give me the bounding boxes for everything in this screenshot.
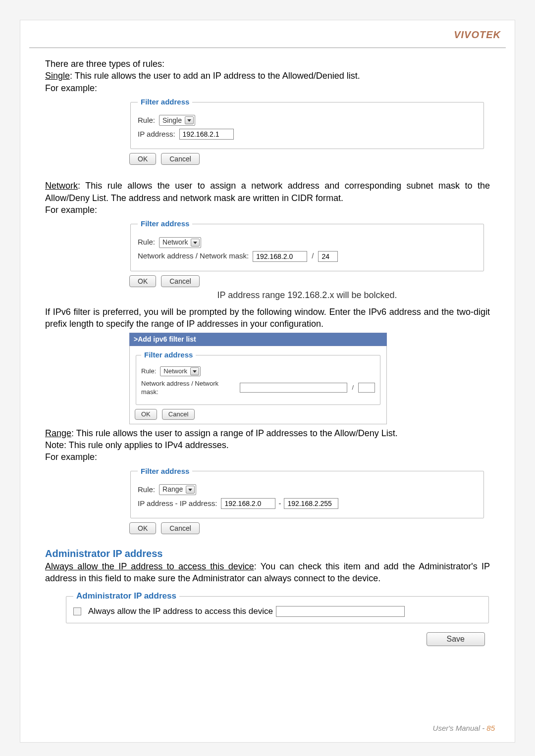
ipv6-cancel-button[interactable]: Cancel bbox=[162, 409, 195, 420]
network-panel: Filter address Rule: Network Network add… bbox=[129, 219, 485, 301]
single-ip-label: IP address: bbox=[138, 129, 175, 139]
chevron-down-icon bbox=[185, 116, 194, 124]
network-rule-select[interactable]: Network bbox=[159, 237, 201, 248]
ipv6-rule-label: Rule: bbox=[141, 367, 156, 376]
save-button[interactable]: Save bbox=[427, 632, 485, 646]
admin-fieldset: Administrator IP address Always allow th… bbox=[66, 591, 489, 623]
for-example-3: For example: bbox=[45, 451, 490, 463]
range-addr-label: IP address - IP address: bbox=[138, 499, 217, 508]
divider bbox=[29, 48, 506, 48]
chevron-down-icon bbox=[186, 486, 195, 494]
brand-bar: VIVOTEK bbox=[20, 20, 515, 41]
network-label: Network bbox=[45, 181, 78, 191]
range-from-input[interactable] bbox=[221, 498, 275, 509]
single-label: Single bbox=[45, 71, 70, 81]
slash: / bbox=[312, 251, 314, 261]
network-addr-label: Network address / Network mask: bbox=[138, 251, 249, 261]
ipv6-prefix-input[interactable] bbox=[358, 383, 375, 393]
ipv6-rule-value: Network bbox=[163, 367, 187, 376]
network-rule-value: Network bbox=[162, 238, 188, 247]
ipv6-rule-select[interactable]: Network bbox=[160, 366, 201, 376]
single-rule-select[interactable]: Single bbox=[159, 115, 195, 126]
admin-ip-input[interactable] bbox=[276, 606, 405, 617]
single-fieldset: Filter address Rule: Single IP address: bbox=[130, 97, 484, 149]
range-rule-value: Range bbox=[162, 485, 183, 494]
network-rest: : This rule allows the user to assign a … bbox=[45, 181, 490, 202]
chevron-down-icon bbox=[191, 239, 200, 247]
ipv6-para: If IPv6 filter is preferred, you will be… bbox=[45, 306, 490, 330]
ipv6-panel: >Add ipv6 filter list Filter address Rul… bbox=[129, 333, 387, 424]
network-ok-button[interactable]: OK bbox=[129, 275, 156, 287]
admin-allow-checkbox[interactable] bbox=[73, 607, 81, 615]
footer-label: User's Manual - bbox=[433, 724, 487, 732]
range-rest: : This rule allows the user to assign a … bbox=[71, 428, 398, 438]
single-rest: : This rule allows the user to add an IP… bbox=[70, 71, 360, 81]
admin-always-label: Always allow the IP address to access th… bbox=[45, 561, 254, 571]
svg-marker-2 bbox=[193, 370, 197, 373]
network-cancel-button[interactable]: Cancel bbox=[161, 275, 200, 287]
network-fieldset: Filter address Rule: Network Network add… bbox=[130, 219, 484, 271]
single-panel: Filter address Rule: Single IP address: … bbox=[129, 97, 485, 165]
range-rule-select[interactable]: Range bbox=[159, 484, 196, 495]
ipv6-addr-input[interactable] bbox=[240, 383, 347, 393]
network-legend: Filter address bbox=[138, 219, 192, 229]
network-rule-label: Rule: bbox=[138, 237, 155, 247]
network-addr-input[interactable] bbox=[253, 251, 307, 262]
ipv6-header: >Add ipv6 filter list bbox=[129, 333, 387, 346]
chevron-down-icon bbox=[190, 367, 199, 375]
range-note: Note: This rule only applies to IPv4 add… bbox=[45, 439, 490, 451]
dash: - bbox=[278, 499, 281, 508]
single-ip-input[interactable] bbox=[179, 129, 234, 140]
network-note: IP address range 192.168.2.x will be bol… bbox=[129, 289, 485, 301]
network-para: Network: This rule allows the user to as… bbox=[45, 180, 490, 204]
range-label: Range bbox=[45, 428, 71, 438]
svg-marker-0 bbox=[187, 119, 191, 122]
range-rule-label: Rule: bbox=[138, 485, 155, 495]
ipv6-addr-label: Network address / Network mask: bbox=[141, 379, 236, 397]
content: There are three types of rules: Single: … bbox=[20, 58, 515, 584]
range-to-input[interactable] bbox=[284, 498, 338, 509]
page-number: 85 bbox=[486, 724, 495, 732]
single-cancel-button[interactable]: Cancel bbox=[161, 153, 200, 165]
admin-panel: Administrator IP address Always allow th… bbox=[65, 591, 490, 623]
svg-marker-3 bbox=[188, 489, 192, 491]
footer: User's Manual - 85 bbox=[433, 724, 495, 732]
save-row: Save bbox=[20, 632, 485, 646]
single-rule-label: Rule: bbox=[138, 115, 155, 125]
slash: / bbox=[352, 383, 354, 392]
admin-cb-label: Always allow the IP address to access th… bbox=[88, 606, 273, 616]
range-panel: Filter address Rule: Range IP address - … bbox=[129, 466, 485, 534]
ipv6-fieldset: Filter address Rule: Network Network add… bbox=[136, 350, 380, 404]
page: VIVOTEK There are three types of rules: … bbox=[20, 20, 515, 743]
range-fieldset: Filter address Rule: Range IP address - … bbox=[130, 466, 484, 518]
ipv6-legend: Filter address bbox=[141, 350, 196, 360]
network-mask-input[interactable] bbox=[318, 251, 338, 262]
admin-heading: Administrator IP address bbox=[45, 547, 490, 560]
admin-para: Always allow the IP address to access th… bbox=[45, 560, 490, 585]
admin-legend: Administrator IP address bbox=[73, 591, 179, 601]
brand-logo: VIVOTEK bbox=[454, 29, 501, 40]
range-cancel-button[interactable]: Cancel bbox=[161, 522, 200, 534]
single-legend: Filter address bbox=[138, 97, 192, 107]
range-ok-button[interactable]: OK bbox=[129, 522, 156, 534]
single-rule-value: Single bbox=[162, 116, 182, 125]
range-legend: Filter address bbox=[138, 466, 192, 476]
svg-marker-1 bbox=[193, 242, 197, 244]
single-ok-button[interactable]: OK bbox=[129, 153, 156, 165]
for-example-1: For example: bbox=[45, 82, 490, 94]
ipv6-ok-button[interactable]: OK bbox=[135, 409, 157, 420]
for-example-2: For example: bbox=[45, 204, 490, 216]
intro-single: Single: This rule allows the user to add… bbox=[45, 70, 490, 82]
range-para: Range: This rule allows the user to assi… bbox=[45, 427, 490, 439]
intro-line: There are three types of rules: bbox=[45, 58, 490, 70]
